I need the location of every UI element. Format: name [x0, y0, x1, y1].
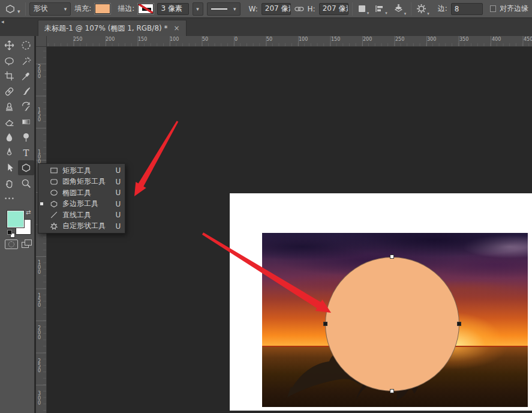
ruler-label: 0 [235, 37, 238, 42]
shape-tool[interactable] [18, 160, 34, 175]
menu-item-4[interactable]: 多边形工具U [38, 199, 125, 210]
brush-tool[interactable] [18, 84, 34, 99]
menu-item-label: 矩形工具 [62, 166, 114, 176]
magic-wand-tool[interactable] [18, 53, 34, 68]
shape-tools-flyout-menu: 矩形工具U圆角矩形工具U椭圆工具U多边形工具U直线工具U自定形状工具U [38, 163, 125, 234]
crop-icon [4, 71, 14, 81]
edit-toolbar[interactable] [1, 191, 17, 206]
document-canvas[interactable] [230, 193, 532, 411]
anchor-handle-top[interactable] [390, 255, 394, 259]
anchor-handle-right[interactable] [457, 322, 461, 326]
blur-tool[interactable] [1, 130, 17, 145]
rrect-icon [49, 178, 60, 186]
tool-mode-dropdown[interactable]: 形状 ▾ [29, 2, 71, 16]
arrange-layers-icon [393, 4, 404, 14]
chevron-down-icon: ▾ [64, 6, 67, 12]
shape-height-value: 207 像素 [323, 4, 348, 14]
fill-swatch[interactable] [95, 4, 110, 14]
gradient-tool[interactable] [18, 115, 34, 130]
close-icon[interactable]: × [174, 24, 180, 32]
custom-icon [49, 222, 60, 231]
geometry-options-button[interactable]: ▾ [415, 2, 431, 15]
menu-item-shortcut: U [114, 188, 122, 197]
ellipse-shape[interactable] [325, 257, 459, 391]
ruler-label: 150 [331, 37, 340, 42]
sides-field[interactable]: 8 [451, 3, 483, 15]
ellipse-icon [49, 188, 60, 197]
ruler-label: 200 [38, 326, 43, 340]
eraser-icon [4, 117, 14, 127]
stroke-width-value: 3 像素 [161, 4, 182, 14]
anchor-handle-bottom[interactable] [390, 389, 394, 393]
history-brush-tool[interactable] [18, 99, 34, 114]
tool-preset-picker[interactable]: ▾ [4, 2, 22, 16]
gear-icon [416, 4, 426, 14]
path-operations-icon [357, 4, 366, 13]
hand-tool[interactable] [1, 176, 17, 191]
lasso-icon [4, 56, 14, 66]
quick-mask-button[interactable] [5, 240, 18, 249]
ruler-label: 150 [138, 37, 147, 42]
divider [25, 2, 26, 16]
chevron-down-icon: ▾ [367, 11, 369, 16]
eyedropper-tool[interactable] [18, 68, 34, 83]
type-tool[interactable]: T [18, 145, 34, 160]
collapse-panels-icon[interactable]: ◂ [1, 19, 4, 25]
menu-item-1[interactable]: 矩形工具U [38, 165, 125, 176]
ruler-label: 150 [38, 294, 43, 308]
menu-item-3[interactable]: 椭圆工具U [38, 187, 125, 199]
path-arrangement-button[interactable]: ▾ [392, 3, 408, 15]
shape-height-field[interactable]: 207 像素 [319, 3, 348, 15]
shape-width-field[interactable]: 207 像素 [262, 3, 291, 15]
stroke-width-dropdown[interactable]: ▾ [193, 2, 203, 16]
menu-item-shortcut: U [114, 211, 122, 219]
link-dimensions-icon[interactable] [294, 5, 304, 13]
stroke-swatch[interactable] [138, 4, 154, 14]
horizontal-ruler[interactable]: 2502001501005005010015020025030035040045… [47, 36, 532, 47]
clone-stamp-tool[interactable] [1, 99, 17, 114]
stroke-label: 描边: [118, 4, 134, 14]
menu-item-shortcut: U [114, 222, 122, 231]
ruler-label: 100 [38, 261, 43, 275]
chevron-down-icon: ▾ [233, 6, 236, 12]
stroke-type-dropdown[interactable]: ▾ [207, 2, 241, 16]
crop-tool[interactable] [1, 68, 17, 83]
path-operations-button[interactable]: ▾ [356, 3, 371, 14]
marquee-tool[interactable] [18, 38, 34, 53]
zoom-tool[interactable] [18, 176, 34, 191]
lasso-tool[interactable] [1, 53, 17, 68]
ruler-label: 300 [38, 391, 43, 406]
menu-item-6[interactable]: 自定形状工具U [38, 221, 125, 232]
pen-tool[interactable] [1, 145, 17, 160]
screen-mode-button[interactable] [22, 240, 32, 249]
align-icon [375, 4, 384, 13]
document-tab[interactable]: 未标题-1 @ 107% (椭圆 1, RGB/8) * × [38, 20, 187, 36]
move-icon [4, 40, 14, 50]
dodge-icon [21, 132, 31, 142]
ruler-origin-corner[interactable] [36, 36, 47, 47]
foreground-color-swatch[interactable] [7, 211, 24, 228]
stroke-width-field[interactable]: 3 像素 [157, 3, 189, 15]
ruler-label: 250 [38, 359, 43, 373]
chevron-down-icon: ▾ [404, 11, 407, 16]
swap-colors-icon[interactable]: ⇄ [26, 209, 31, 216]
path-alignment-button[interactable]: ▾ [374, 3, 389, 14]
ruler-label: 200 [363, 37, 372, 42]
menu-item-2[interactable]: 圆角矩形工具U [38, 176, 125, 188]
eyedropper-icon [21, 71, 31, 81]
sides-label: 边: [438, 4, 447, 14]
align-edges-label: 对齐边缘 [500, 4, 528, 14]
shape-width-value: 207 像素 [265, 4, 291, 14]
align-edges-checkbox[interactable] [490, 5, 496, 12]
tool-options-bar: ▾ 形状 ▾ 填充: 描边: 3 像素 ▾ ▾ W: 207 像素 [0, 0, 532, 18]
dodge-tool[interactable] [18, 130, 34, 145]
healing-brush-tool[interactable] [1, 84, 17, 99]
default-colors-icon[interactable] [7, 230, 15, 238]
move-tool[interactable] [1, 38, 17, 53]
anchor-handle-left[interactable] [323, 322, 327, 326]
svg-text:T: T [23, 148, 29, 158]
path-selection-tool[interactable] [1, 160, 17, 175]
eraser-tool[interactable] [1, 115, 17, 130]
stamp-icon [4, 101, 14, 112]
menu-item-5[interactable]: 直线工具U [38, 210, 125, 221]
